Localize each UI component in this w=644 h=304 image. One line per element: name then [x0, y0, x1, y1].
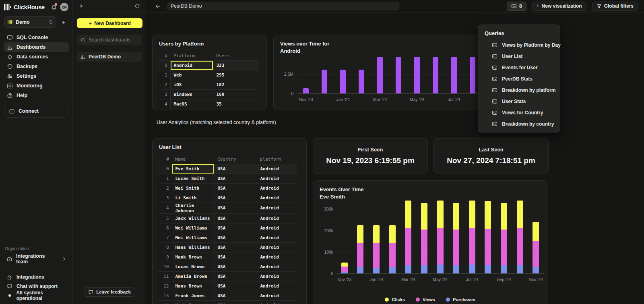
- table-row[interactable]: 2iOS182: [158, 80, 259, 89]
- connect-button[interactable]: Connect: [4, 105, 68, 118]
- table-row[interactable]: 1Lucas SmithUSAAndroid: [158, 174, 297, 183]
- y-axis-tick: 2.5M: [275, 72, 293, 77]
- global-filters-button[interactable]: Global filters: [592, 2, 638, 11]
- system-status[interactable]: All systems operational: [4, 291, 69, 300]
- table-cell: 323: [213, 60, 259, 70]
- sidebar-nav: SQL Console Dashboards Data sources: [0, 28, 72, 100]
- sidebar-item-data-sources[interactable]: Data sources: [4, 52, 69, 62]
- query-item-label: Breakdown by platform: [502, 87, 555, 93]
- back-button[interactable]: [155, 3, 161, 9]
- data-sources-icon: [6, 54, 13, 60]
- table-cell: USA: [214, 281, 257, 291]
- y-axis-tick: 200k: [315, 228, 333, 233]
- legend-item[interactable]: Clicks: [385, 297, 405, 302]
- bar-segment: [485, 229, 491, 265]
- table-row[interactable]: 3Windows160: [158, 89, 259, 99]
- bar-segment: [453, 265, 459, 273]
- legend-item[interactable]: Purchases: [446, 297, 475, 302]
- bar-segment: [303, 88, 309, 93]
- table-row[interactable]: 4MacOS35: [158, 99, 259, 109]
- table-row[interactable]: 2Wei SmithUSAAndroid: [158, 183, 297, 193]
- table-cell: 12: [158, 281, 172, 291]
- bar-segment: [357, 225, 363, 244]
- table-row[interactable]: 4Charlie JohnsonUSAAndroid: [158, 203, 297, 213]
- dashboards-list-panel: + New Dashboard Search dashboards PeerDB…: [73, 0, 146, 304]
- table-cell: 5: [158, 213, 172, 223]
- chevron-updown-icon: [49, 20, 53, 25]
- avatar[interactable]: ZN: [60, 3, 68, 11]
- table-row[interactable]: 9Hank BrownUSAAndroid: [158, 252, 297, 262]
- sidebar-item-integrations-team[interactable]: Integrations team: [4, 254, 69, 264]
- table-cell: MacOS: [170, 99, 213, 109]
- table-cell: Amelia Brown: [172, 271, 214, 281]
- table-row[interactable]: 7Mei WilliamsUSAAndroid: [158, 233, 297, 242]
- table-cell: Android: [257, 252, 297, 262]
- organization-label: Organization: [0, 246, 72, 254]
- table-row[interactable]: 1Web295: [158, 70, 259, 80]
- clickhouse-logo[interactable]: ClickHouse: [4, 4, 45, 10]
- query-item-label: Views for Country: [502, 110, 543, 116]
- add-service-button[interactable]: +: [59, 17, 68, 27]
- table-row[interactable]: 5Jack WilliamsUSAAndroid: [158, 213, 297, 223]
- table-cell: USA: [214, 223, 257, 233]
- table-cell: iOS: [170, 80, 213, 89]
- console-icon: [492, 99, 497, 104]
- query-item[interactable]: User Stats: [478, 96, 560, 107]
- sidebar-item-sql-console[interactable]: SQL Console: [4, 33, 69, 42]
- query-item[interactable]: Events for User: [478, 62, 560, 73]
- table-row[interactable]: 3Li SmithUSAAndroid: [158, 193, 297, 203]
- queries-count-button[interactable]: 8: [507, 2, 526, 11]
- table-row[interactable]: 6Wei WilliamsUSAAndroid: [158, 223, 297, 233]
- bar-segment: [501, 265, 507, 273]
- table-cell: Wei Smith: [172, 183, 214, 193]
- leave-feedback-button[interactable]: Leave feedback: [84, 287, 135, 297]
- table-row[interactable]: 10Lucas BrownUSAAndroid: [158, 262, 297, 271]
- table-row[interactable]: 0Eve SmithUSAAndroid: [158, 164, 297, 174]
- sidebar-item-integrations[interactable]: Integrations: [4, 272, 69, 281]
- query-item[interactable]: Views for Country: [478, 107, 560, 118]
- dashboard-list-item[interactable]: PeerDB Demo: [77, 52, 142, 62]
- bar-segment: [485, 265, 491, 273]
- sidebar-item-dashboards[interactable]: Dashboards: [4, 42, 69, 52]
- table-cell: Android: [257, 300, 297, 304]
- app-window: ClickHouse ZN: [0, 0, 644, 304]
- back-arrow-icon: [155, 3, 161, 9]
- query-item[interactable]: Breakdown by platform: [478, 85, 560, 96]
- table-cell[interactable]: Eve Smith: [172, 164, 214, 174]
- query-item[interactable]: User List: [478, 51, 560, 62]
- table-cell: USA: [214, 291, 257, 300]
- table-row[interactable]: 8Hans WilliamsUSAAndroid: [158, 242, 297, 252]
- table-row[interactable]: 11Amelia BrownUSAAndroid: [158, 271, 297, 281]
- search-dashboards-input[interactable]: Search dashboards: [77, 35, 142, 45]
- query-item[interactable]: Views by Platform by Day: [478, 39, 560, 51]
- collapse-sidebar-button[interactable]: [78, 2, 85, 10]
- table-cell[interactable]: Android: [170, 60, 213, 70]
- table-row[interactable]: 12Hans BrownUSAAndroid: [158, 281, 297, 291]
- legend-label: Clicks: [392, 297, 405, 302]
- new-dashboard-button[interactable]: + New Dashboard: [77, 18, 142, 28]
- legend-dot-icon: [385, 298, 389, 302]
- bar-segment: [340, 70, 346, 93]
- users-by-platform-table: #PlatformUsers0Android3231Web2952iOS1823…: [158, 52, 259, 109]
- table-cell: 0: [158, 164, 172, 174]
- bar-segment: [453, 230, 459, 265]
- refresh-button[interactable]: [134, 2, 141, 10]
- table-row[interactable]: 0Android323: [158, 60, 259, 70]
- table-row[interactable]: 14Noah JonesUSAAndroid: [158, 300, 297, 304]
- workspace-selector[interactable]: Demo: [4, 16, 56, 28]
- dashboard-title-input[interactable]: PeerDB Demo: [167, 2, 399, 10]
- integrations-puzzle-icon: [6, 274, 13, 280]
- query-item[interactable]: PeerDB Stats: [478, 73, 560, 85]
- new-visualization-button[interactable]: + New visualization: [532, 2, 586, 11]
- table-row[interactable]: 13Frank JonesUSAAndroid: [158, 291, 297, 300]
- table-cell: Frank Jones: [172, 291, 214, 300]
- sidebar-item-monitoring[interactable]: Monitoring: [4, 81, 69, 91]
- sidebar-item-backups[interactable]: Backups: [4, 62, 69, 71]
- sidebar-item-help[interactable]: Help: [4, 91, 69, 100]
- query-item[interactable]: Breakdown by country: [478, 118, 560, 130]
- notifications-button[interactable]: [50, 4, 57, 11]
- bar-segment: [405, 265, 411, 273]
- queries-popup: Queries Views by Platform by DayUser Lis…: [478, 25, 560, 132]
- legend-item[interactable]: Views: [416, 297, 435, 302]
- sidebar-item-settings[interactable]: Settings: [4, 71, 69, 81]
